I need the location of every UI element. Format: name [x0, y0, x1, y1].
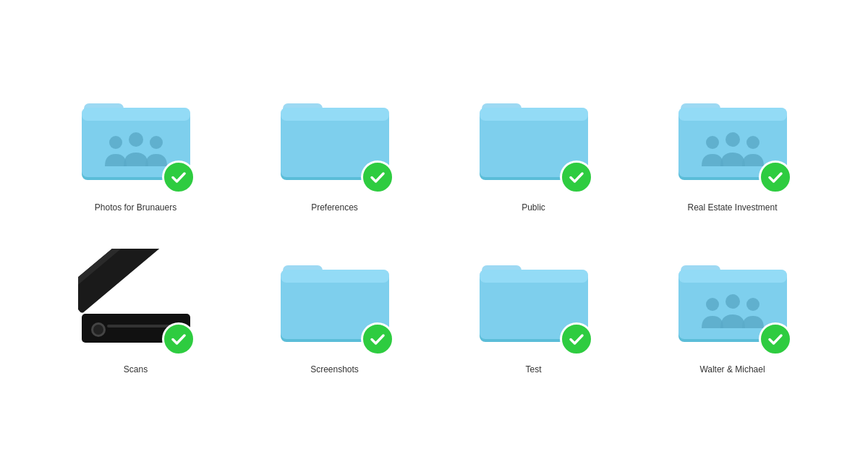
svg-rect-3	[82, 108, 190, 121]
item-label-scans: Scans	[124, 364, 148, 374]
svg-rect-39	[678, 270, 787, 283]
svg-point-21	[746, 136, 760, 149]
checkmark-badge	[361, 160, 394, 194]
file-grid: Photos for Brunauers Preferences Public	[0, 51, 868, 403]
checkmark-badge	[759, 322, 792, 356]
checkmark-badge	[162, 322, 195, 356]
item-scans[interactable]: Scans	[43, 241, 228, 374]
svg-point-41	[726, 294, 740, 309]
item-label-test: Test	[525, 364, 541, 374]
icon-wrapper-test	[469, 241, 599, 357]
svg-point-20	[726, 132, 740, 147]
checkmark-badge	[759, 160, 792, 194]
svg-rect-35	[480, 270, 588, 283]
item-preferences[interactable]: Preferences	[242, 80, 427, 213]
svg-rect-23	[78, 249, 165, 314]
item-label-photos-brunauers: Photos for Brunauers	[95, 202, 176, 213]
icon-wrapper-screenshots	[270, 241, 400, 357]
item-walter-michael[interactable]: Walter & Michael	[640, 241, 825, 374]
icon-wrapper-photos-brunauers	[71, 80, 201, 195]
item-photos-brunauers[interactable]: Photos for Brunauers	[43, 80, 228, 213]
svg-point-6	[150, 136, 163, 149]
icon-wrapper-real-estate	[668, 80, 798, 195]
checkmark-badge	[560, 160, 593, 194]
item-label-walter-michael: Walter & Michael	[699, 364, 765, 374]
item-test[interactable]: Test	[441, 241, 626, 374]
icon-wrapper-preferences	[270, 80, 400, 195]
checkmark-badge	[560, 322, 593, 356]
svg-point-4	[109, 136, 122, 149]
svg-rect-14	[480, 108, 588, 121]
icon-wrapper-walter-michael	[668, 241, 798, 357]
item-public[interactable]: Public	[441, 80, 626, 213]
svg-point-19	[706, 136, 719, 149]
item-real-estate[interactable]: Real Estate Investment	[640, 80, 825, 213]
item-screenshots[interactable]: Screenshots	[242, 241, 427, 374]
svg-rect-31	[281, 270, 389, 283]
svg-point-42	[746, 298, 760, 311]
icon-wrapper-public	[469, 80, 599, 195]
item-label-preferences: Preferences	[311, 202, 358, 213]
icon-wrapper-scans	[71, 241, 201, 357]
svg-point-26	[93, 325, 103, 335]
checkmark-badge	[361, 322, 394, 356]
svg-rect-18	[678, 108, 787, 121]
checkmark-badge	[162, 160, 195, 194]
svg-rect-10	[281, 108, 389, 121]
svg-point-5	[129, 132, 143, 147]
item-label-screenshots: Screenshots	[310, 364, 359, 374]
svg-point-40	[706, 298, 719, 311]
item-label-public: Public	[522, 202, 545, 213]
item-label-real-estate: Real Estate Investment	[687, 202, 777, 213]
